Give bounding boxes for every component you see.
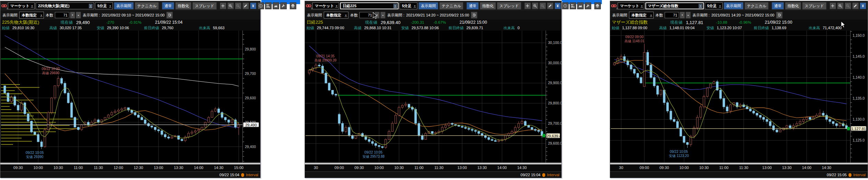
reset-period-icon[interactable]	[471, 12, 477, 19]
time-axis-label: 10:30	[392, 166, 406, 170]
time-axis-label: 14:30	[820, 166, 833, 170]
count-mode-select[interactable]: 本数指定▼	[324, 12, 348, 19]
svg-text:1,130.0: 1,130.0	[853, 117, 865, 121]
chevron-down-icon: ▼	[641, 5, 643, 7]
normal-mode-button[interactable]: 通常	[466, 2, 479, 10]
info-icon[interactable]	[562, 2, 569, 9]
spread-mode-button[interactable]: スプレッド	[802, 2, 826, 10]
price-change-percent: -0.67%	[433, 20, 456, 24]
bar-count-label: 本数	[350, 13, 358, 18]
bar-count-input[interactable]: 71	[359, 12, 374, 18]
count-increment-button[interactable]: ▲	[380, 12, 385, 19]
count-decrement-button[interactable]: ▼	[70, 12, 75, 19]
candlestick-chart[interactable]: 29,80029,70029,60029,50029,400	[0, 31, 260, 162]
time-axis-label: 09:30	[11, 166, 25, 170]
bar-count-input[interactable]: 71	[665, 12, 679, 18]
symbol-select[interactable]: 225先物大阪(期近)▼	[36, 2, 94, 9]
count-increment-button[interactable]: ▲	[686, 12, 691, 19]
print-icon[interactable]	[594, 2, 601, 9]
draw-pencil-icon[interactable]	[547, 2, 554, 9]
chart-area[interactable]: 30,100.030,000.029,900.029,800.029,700.0…	[305, 31, 561, 162]
yen-price-icon[interactable]: ¥	[860, 2, 866, 9]
crosshair-icon[interactable]	[220, 2, 226, 9]
ohlc-row: 始値29,810 16:30高値30,020 17:35安値29,390 10:…	[0, 25, 260, 31]
price-change: -200.31	[411, 20, 433, 24]
count-mode-select[interactable]: 本数指定▼	[19, 12, 44, 19]
link-group-icon[interactable]: 1	[306, 3, 311, 9]
chart-area[interactable]: 1,150.01,145.01,140.01,135.01,130.01,125…	[610, 31, 868, 162]
svg-text:1,140.0: 1,140.0	[853, 75, 865, 79]
status-mode: Interval	[547, 173, 559, 177]
zoom-in-icon[interactable]	[227, 2, 234, 9]
index-mode-button[interactable]: 指数化	[480, 2, 496, 10]
normal-mode-button[interactable]: 通常	[162, 2, 174, 10]
count-increment-button[interactable]: ▲	[76, 12, 81, 19]
timeframe-select[interactable]: 5分足▼	[705, 2, 723, 9]
svg-text:30,000.0: 30,000.0	[548, 61, 561, 65]
yen-price-icon[interactable]: ¥	[250, 2, 257, 9]
period-range-value: 2021/09/22 09:10 ~ 2021/09/22 15:00	[102, 13, 165, 17]
mountain-chart-icon[interactable]	[577, 2, 584, 9]
technical-button[interactable]: テクニカル	[135, 2, 159, 10]
chart-area[interactable]: 29,80029,70029,60029,50029,40009/22 10:3…	[0, 31, 260, 162]
ohlc-label: 始値	[307, 25, 314, 31]
time-axis: 3009:0009:3010:0010:3011:0011:3013:0013:…	[305, 165, 561, 171]
settings-wrench-icon[interactable]	[280, 2, 287, 9]
chart-annotation: 09/22 10:05安値 29573.88	[357, 150, 390, 159]
display-period-button[interactable]: 表示期間	[724, 2, 744, 10]
time-axis-label: 14:00	[800, 166, 813, 170]
reset-period-icon[interactable]	[776, 12, 783, 19]
market-select[interactable]: マーケット▼	[312, 2, 339, 9]
ohlc-value: 29,573.88 10:06	[412, 26, 442, 30]
chevron-down-icon: ▼	[699, 4, 702, 8]
market-select[interactable]: マーケット▼	[618, 2, 644, 9]
time-axis-label: 10:00	[372, 166, 386, 170]
crosshair-icon[interactable]	[524, 2, 531, 9]
time-axis-label: 15:00	[232, 166, 246, 170]
yen-price-icon[interactable]: ¥	[555, 2, 561, 9]
timeframe-select[interactable]: 5分足▼	[95, 2, 113, 9]
normal-mode-button[interactable]: 通常	[772, 2, 784, 10]
crosshair-icon[interactable]	[830, 2, 836, 9]
link-group-icon[interactable]: 1	[611, 3, 617, 9]
technical-button[interactable]: テクニカル	[439, 2, 463, 10]
count-mode-select[interactable]: 本数指定▼	[629, 12, 654, 19]
count-decrement-button[interactable]: ▼	[680, 12, 685, 19]
candlestick-chart[interactable]: 30,100.030,000.029,900.029,800.029,700.0…	[305, 31, 561, 162]
candlestick-chart[interactable]: 1,150.01,145.01,140.01,135.01,130.01,125…	[610, 31, 868, 162]
my-chart-icon[interactable]: MY	[265, 2, 272, 9]
my-chart-icon[interactable]: MY	[570, 2, 576, 9]
symbol-select[interactable]: 日経225▼	[340, 2, 399, 9]
time-axis-label: 11:30	[432, 166, 446, 170]
symbol-select[interactable]: マザーズ総合指数▼	[645, 2, 704, 9]
market-select-value: マーケット	[620, 3, 639, 9]
market-select[interactable]: マーケット▼	[8, 2, 35, 9]
display-period-button[interactable]: 表示期間	[418, 2, 438, 10]
index-mode-button[interactable]: 指数化	[785, 2, 801, 10]
zoom-in-icon[interactable]	[532, 2, 538, 9]
settings-wrench-icon[interactable]	[585, 2, 591, 9]
ohlc-label: 安値	[97, 25, 104, 31]
spread-mode-button[interactable]: スプレッド	[192, 2, 216, 10]
timeframe-select[interactable]: 5分足▼	[400, 2, 417, 9]
status-time: 09/22 15:04	[219, 173, 239, 177]
bar-count-input[interactable]: 71	[55, 12, 69, 18]
spread-mode-button[interactable]: スプレッド	[497, 2, 521, 10]
draw-pencil-icon[interactable]	[852, 2, 859, 9]
chart-annotation: 09/22 10:30高値 29690	[34, 67, 67, 75]
reset-period-icon[interactable]	[166, 12, 173, 19]
print-icon[interactable]	[290, 2, 296, 9]
index-mode-button[interactable]: 指数化	[175, 2, 191, 10]
zoom-in-icon[interactable]	[837, 2, 844, 9]
mountain-chart-icon[interactable]	[273, 2, 279, 9]
status-bar: 09/22 15:04 Interval	[0, 171, 260, 178]
draw-pencil-icon[interactable]	[242, 2, 249, 9]
chevron-down-icon: ▼	[345, 14, 347, 16]
technical-button[interactable]: テクニカル	[745, 2, 769, 10]
svg-text:29,600: 29,600	[245, 96, 256, 100]
ohlc-label: 高値	[49, 25, 57, 31]
info-icon[interactable]	[258, 2, 264, 9]
ohlc-value: 29,810 16:30	[12, 26, 43, 30]
link-group-icon[interactable]: 1	[1, 3, 7, 9]
display-period-button[interactable]: 表示期間	[114, 2, 134, 10]
